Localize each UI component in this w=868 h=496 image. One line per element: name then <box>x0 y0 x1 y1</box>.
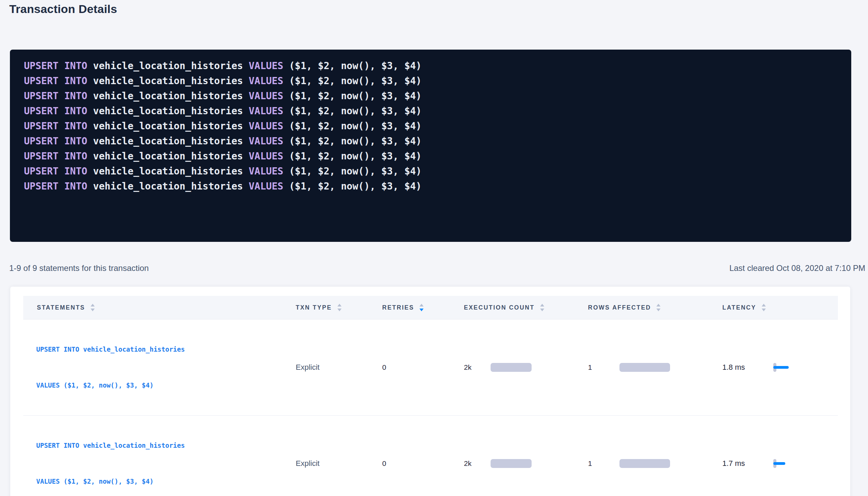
statement-link[interactable]: UPSERT INTO vehicle_location_histories V… <box>36 319 282 415</box>
sort-asc-icon[interactable] <box>419 304 424 306</box>
statement-line-1[interactable]: UPSERT INTO vehicle_location_histories <box>36 440 282 452</box>
column-header-txn-type[interactable]: TXN TYPE <box>282 296 369 319</box>
rows-affected-cell: 1 <box>574 319 709 416</box>
execution-count-cell: 2k <box>450 319 574 416</box>
execution-count-value: 2k <box>464 459 491 468</box>
statement-link[interactable]: UPSERT INTO vehicle_location_histories V… <box>36 416 282 496</box>
execution-count-bar <box>491 459 532 468</box>
column-label-rows-affected: ROWS AFFECTED <box>588 304 651 311</box>
sort-arrows[interactable] <box>337 304 342 311</box>
sort-asc-icon[interactable] <box>762 304 766 306</box>
statement-line-2[interactable]: VALUES ($1, $2, now(), $3, $4) <box>36 379 282 391</box>
sort-asc-icon[interactable] <box>91 304 95 306</box>
rows-affected-cell: 1 <box>574 416 709 496</box>
sql-line: UPSERT INTO vehicle_location_histories V… <box>24 89 841 104</box>
sql-line: UPSERT INTO vehicle_location_histories V… <box>24 58 841 74</box>
sql-line: UPSERT INTO vehicle_location_histories V… <box>24 104 841 119</box>
latency-bar-chart <box>773 363 814 372</box>
retries-value: 0 <box>382 363 386 371</box>
sort-arrows[interactable] <box>91 304 95 311</box>
sort-arrows[interactable] <box>762 304 766 311</box>
statement-row: UPSERT INTO vehicle_location_histories V… <box>23 416 838 496</box>
statements-table: STATEMENTS TXN TYPE <box>23 296 838 496</box>
sort-arrows[interactable] <box>540 304 544 311</box>
execution-count-cell: 2k <box>450 416 574 496</box>
column-label-execution-count: EXECUTION COUNT <box>464 304 535 311</box>
column-header-rows-affected[interactable]: ROWS AFFECTED <box>574 296 709 319</box>
rows-affected-bar <box>619 363 670 372</box>
sort-asc-icon[interactable] <box>337 304 342 306</box>
statement-row: UPSERT INTO vehicle_location_histories V… <box>23 319 838 416</box>
sort-asc-icon[interactable] <box>656 304 660 306</box>
column-header-statements[interactable]: STATEMENTS <box>23 296 282 319</box>
sql-line: UPSERT INTO vehicle_location_histories V… <box>24 149 841 164</box>
sql-line: UPSERT INTO vehicle_location_histories V… <box>24 74 841 89</box>
sql-line: UPSERT INTO vehicle_location_histories V… <box>24 134 841 149</box>
statements-count-text: 1-9 of 9 statements for this transaction <box>9 263 149 273</box>
statement-line-1[interactable]: UPSERT INTO vehicle_location_histories <box>36 343 282 355</box>
txn-type-cell: Explicit <box>282 416 369 496</box>
retries-cell: 0 <box>369 416 450 496</box>
sort-desc-icon[interactable] <box>540 309 544 311</box>
sort-arrows[interactable] <box>419 304 424 311</box>
rows-affected-value: 1 <box>588 363 619 371</box>
statements-table-card: STATEMENTS TXN TYPE <box>10 287 850 496</box>
txn-type-value: Explicit <box>296 363 320 371</box>
sql-line: UPSERT INTO vehicle_location_histories V… <box>24 164 841 179</box>
retries-cell: 0 <box>369 319 450 416</box>
table-header-row: STATEMENTS TXN TYPE <box>23 296 838 319</box>
sort-desc-icon[interactable] <box>337 309 342 311</box>
rows-affected-bar <box>619 459 670 468</box>
rows-affected-value: 1 <box>588 459 619 468</box>
summary-row: 1-9 of 9 statements for this transaction… <box>9 263 865 273</box>
latency-value: 1.7 ms <box>722 459 773 468</box>
execution-count-bar <box>491 363 532 372</box>
sort-desc-icon[interactable] <box>762 309 766 311</box>
column-label-latency: LATENCY <box>722 304 756 311</box>
latency-value: 1.8 ms <box>722 363 773 372</box>
statement-line-2[interactable]: VALUES ($1, $2, now(), $3, $4) <box>36 475 282 487</box>
column-header-latency[interactable]: LATENCY <box>709 296 838 319</box>
column-label-retries: RETRIES <box>382 304 414 311</box>
column-label-statements: STATEMENTS <box>37 304 85 311</box>
execution-count-value: 2k <box>464 363 491 371</box>
sort-asc-icon[interactable] <box>540 304 544 306</box>
sql-line: UPSERT INTO vehicle_location_histories V… <box>24 179 841 194</box>
column-header-retries[interactable]: RETRIES <box>369 296 450 319</box>
latency-cell: 1.8 ms <box>709 319 838 416</box>
latency-bar-chart <box>773 459 814 468</box>
sort-desc-icon[interactable] <box>91 309 95 311</box>
latency-bar <box>773 366 789 369</box>
sort-desc-icon[interactable] <box>656 309 660 311</box>
sort-arrows[interactable] <box>656 304 660 311</box>
sort-desc-icon[interactable] <box>419 309 424 311</box>
latency-cell: 1.7 ms <box>709 416 838 496</box>
latency-bar <box>773 462 785 465</box>
page-title: Transaction Details <box>9 0 117 18</box>
column-label-txn-type: TXN TYPE <box>296 304 332 311</box>
retries-value: 0 <box>382 459 386 467</box>
txn-type-cell: Explicit <box>282 319 369 416</box>
last-cleared-text: Last cleared Oct 08, 2020 at 7:10 PM <box>729 263 865 273</box>
sql-statements-box: UPSERT INTO vehicle_location_histories V… <box>10 50 851 242</box>
column-header-execution-count[interactable]: EXECUTION COUNT <box>450 296 574 319</box>
txn-type-value: Explicit <box>296 459 320 468</box>
sql-line: UPSERT INTO vehicle_location_histories V… <box>24 119 841 134</box>
